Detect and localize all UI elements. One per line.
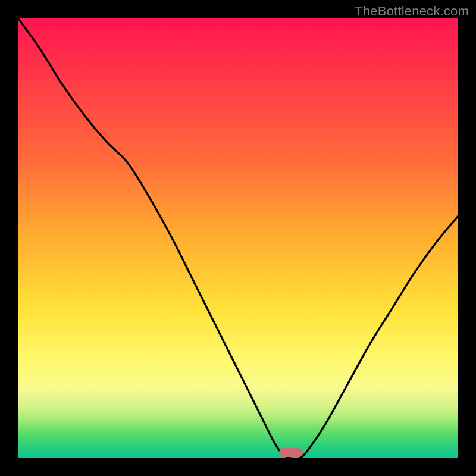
optimal-marker bbox=[279, 448, 303, 457]
plot-area bbox=[18, 18, 458, 458]
chart-container: TheBottleneck.com bbox=[0, 0, 476, 476]
watermark-text: TheBottleneck.com bbox=[355, 4, 469, 19]
bottleneck-curve bbox=[18, 18, 458, 458]
